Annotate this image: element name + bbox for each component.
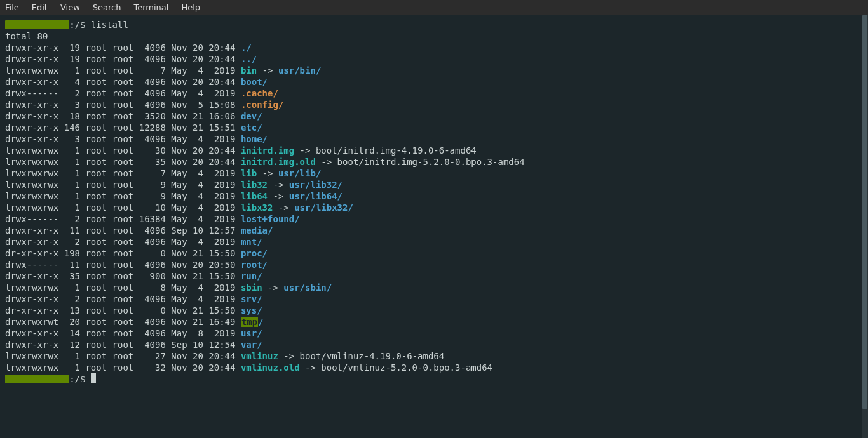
row-meta: lrwxrwxrwx 1 root root 30 Nov 20 20:44 bbox=[5, 145, 241, 156]
list-row: drwx------ 2 root root 16384 May 4 2019 … bbox=[5, 213, 863, 225]
filename: var/ bbox=[241, 340, 262, 350]
menu-terminal[interactable]: Terminal bbox=[133, 3, 168, 12]
filename: root/ bbox=[241, 260, 268, 270]
row-meta: lrwxrwxrwx 1 root root 9 May 4 2019 bbox=[5, 180, 241, 190]
row-meta: lrwxrwxrwx 1 root root 8 May 4 2019 bbox=[5, 282, 241, 293]
total-text: total 80 bbox=[5, 31, 48, 41]
filename: libx32 bbox=[241, 202, 273, 213]
row-meta: drwxrwxrwt 20 root root 4096 Nov 21 16:4… bbox=[5, 317, 241, 327]
filename: proc/ bbox=[241, 248, 268, 258]
list-row: drwxr-xr-x 14 root root 4096 May 8 2019 … bbox=[5, 328, 863, 339]
row-meta: dr-xr-xr-x 13 root root 0 Nov 21 15:50 bbox=[5, 305, 241, 315]
list-row: lrwxrwxrwx 1 root root 9 May 4 2019 lib3… bbox=[5, 179, 863, 190]
arrow: -> bbox=[257, 65, 278, 76]
list-row: drwxr-xr-x 3 root root 4096 May 4 2019 h… bbox=[5, 133, 863, 145]
list-row: drwx------ 11 root root 4096 Nov 20 20:5… bbox=[5, 259, 863, 270]
prompt-path: :/$ bbox=[69, 20, 91, 30]
arrow: -> bbox=[294, 145, 316, 156]
row-meta: drwxr-xr-x 4 root root 4096 Nov 20 20:44 bbox=[5, 77, 241, 87]
filename: dev/ bbox=[241, 111, 262, 121]
terminal-output[interactable]: :/$ listalltotal 80drwxr-xr-x 19 root ro… bbox=[0, 15, 868, 388]
list-row: drwxr-xr-x 35 root root 900 Nov 21 15:50… bbox=[5, 270, 863, 282]
link-target: usr/lib32/ bbox=[289, 180, 342, 190]
filename: ./ bbox=[241, 43, 252, 53]
row-meta: drwxr-xr-x 12 root root 4096 Sep 10 12:5… bbox=[5, 340, 241, 350]
filename: ../ bbox=[241, 54, 257, 64]
row-meta: drwxr-xr-x 146 root root 12288 Nov 21 15… bbox=[5, 123, 241, 133]
arrow: -> bbox=[268, 191, 289, 201]
arrow: -> bbox=[273, 202, 294, 213]
row-meta: lrwxrwxrwx 1 root root 7 May 4 2019 bbox=[5, 168, 241, 178]
total-line: total 80 bbox=[5, 30, 863, 42]
filename: lib bbox=[241, 168, 257, 178]
row-meta: drwxr-xr-x 19 root root 4096 Nov 20 20:4… bbox=[5, 43, 241, 53]
menu-edit[interactable]: Edit bbox=[32, 3, 48, 12]
link-target: usr/sbin/ bbox=[283, 282, 332, 293]
menu-help[interactable]: Help bbox=[181, 3, 200, 12]
menu-search[interactable]: Search bbox=[93, 3, 121, 12]
row-meta: drwxr-xr-x 14 root root 4096 May 8 2019 bbox=[5, 328, 241, 338]
filename: .cache/ bbox=[241, 88, 278, 98]
arrow: -> bbox=[300, 362, 322, 373]
arrow: -> bbox=[316, 157, 337, 167]
menu-file[interactable]: File bbox=[5, 3, 19, 12]
prompt-line-idle: :/$ bbox=[5, 373, 863, 385]
list-row: lrwxrwxrwx 1 root root 27 Nov 20 20:44 v… bbox=[5, 350, 863, 362]
link-target: usr/bin/ bbox=[278, 65, 321, 76]
filename: lib32 bbox=[241, 180, 268, 190]
row-meta: lrwxrwxrwx 1 root root 7 May 4 2019 bbox=[5, 65, 241, 76]
list-row: drwxr-xr-x 3 root root 4096 Nov 5 15:08 … bbox=[5, 99, 863, 110]
prompt-user-redacted bbox=[5, 20, 69, 29]
list-row: drwxr-xr-x 2 root root 4096 May 4 2019 s… bbox=[5, 293, 863, 305]
list-row: dr-xr-xr-x 198 root root 0 Nov 21 15:50 … bbox=[5, 248, 863, 259]
list-row: drwxr-xr-x 19 root root 4096 Nov 20 20:4… bbox=[5, 53, 863, 65]
link-target: boot/initrd.img-5.2.0-0.bpo.3-amd64 bbox=[337, 157, 525, 167]
list-row: drwxr-xr-x 2 root root 4096 May 4 2019 m… bbox=[5, 236, 863, 248]
link-target: boot/vmlinuz-4.19.0-6-amd64 bbox=[300, 351, 445, 361]
row-meta: drwxr-xr-x 11 root root 4096 Sep 10 12:5… bbox=[5, 225, 241, 236]
arrow: -> bbox=[262, 282, 284, 293]
filename: mnt/ bbox=[241, 237, 262, 247]
row-meta: drwx------ 2 root root 16384 May 4 2019 bbox=[5, 214, 241, 224]
cursor[interactable] bbox=[91, 373, 96, 383]
list-row: lrwxrwxrwx 1 root root 7 May 4 2019 bin … bbox=[5, 65, 863, 76]
filename: home/ bbox=[241, 134, 268, 144]
list-row: drwxr-xr-x 12 root root 4096 Sep 10 12:5… bbox=[5, 339, 863, 350]
link-target: usr/lib64/ bbox=[289, 191, 342, 201]
filename: sys/ bbox=[241, 305, 262, 315]
scrollbar[interactable] bbox=[862, 15, 868, 438]
menu-view[interactable]: View bbox=[60, 3, 80, 12]
arrow: -> bbox=[278, 351, 300, 361]
filename: lost+found/ bbox=[241, 214, 300, 224]
prompt-user-redacted bbox=[5, 375, 69, 383]
filename: media/ bbox=[241, 225, 273, 236]
link-target: usr/libx32/ bbox=[294, 202, 353, 213]
filename: .config/ bbox=[241, 100, 283, 110]
row-meta: drwxr-xr-x 18 root root 3520 Nov 21 16:0… bbox=[5, 111, 241, 121]
link-target: usr/lib/ bbox=[278, 168, 321, 178]
menubar: FileEditViewSearchTerminalHelp bbox=[0, 0, 868, 15]
arrow: -> bbox=[268, 180, 289, 190]
row-meta: lrwxrwxrwx 1 root root 32 Nov 20 20:44 bbox=[5, 362, 241, 373]
row-meta: drwxr-xr-x 3 root root 4096 Nov 5 15:08 bbox=[5, 100, 241, 110]
list-row: lrwxrwxrwx 1 root root 10 May 4 2019 lib… bbox=[5, 202, 863, 213]
prompt-path: :/$ bbox=[69, 374, 91, 384]
filename: run/ bbox=[241, 271, 262, 281]
row-meta: drwx------ 2 root root 4096 May 4 2019 bbox=[5, 88, 241, 98]
filename: sbin bbox=[241, 282, 262, 293]
list-row: lrwxrwxrwx 1 root root 7 May 4 2019 lib … bbox=[5, 168, 863, 179]
filename: initrd.img bbox=[241, 145, 294, 156]
filename-tmp: tmp bbox=[241, 317, 258, 327]
list-row: drwxr-xr-x 146 root root 12288 Nov 21 15… bbox=[5, 122, 863, 133]
link-target: boot/initrd.img-4.19.0-6-amd64 bbox=[316, 145, 477, 156]
filename: initrd.img.old bbox=[241, 157, 316, 167]
scrollbar-thumb[interactable] bbox=[862, 15, 867, 409]
list-row: dr-xr-xr-x 13 root root 0 Nov 21 15:50 s… bbox=[5, 305, 863, 316]
list-row: drwxr-xr-x 18 root root 3520 Nov 21 16:0… bbox=[5, 110, 863, 122]
list-row: drwx------ 2 root root 4096 May 4 2019 .… bbox=[5, 88, 863, 99]
row-meta: lrwxrwxrwx 1 root root 27 Nov 20 20:44 bbox=[5, 351, 241, 361]
list-row: drwxr-xr-x 11 root root 4096 Sep 10 12:5… bbox=[5, 225, 863, 236]
slash: / bbox=[258, 317, 263, 327]
filename: bin bbox=[241, 65, 257, 76]
list-row: lrwxrwxrwx 1 root root 32 Nov 20 20:44 v… bbox=[5, 362, 863, 373]
